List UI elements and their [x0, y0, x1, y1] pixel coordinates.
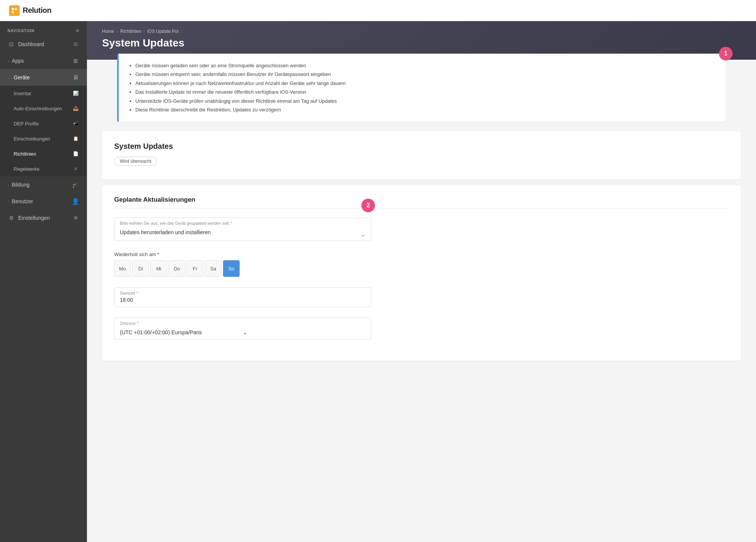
content-area: System Updates Wird überwacht Geplante A…	[102, 131, 741, 361]
benutzer-chevron: ›	[8, 199, 9, 204]
planned-updates-card: Geplante Aktualisierungen 2 Bitte wählen…	[102, 185, 741, 361]
card-title: System Updates	[114, 142, 729, 151]
start-time-container: Startzeit *	[114, 287, 371, 307]
day-di[interactable]: Di	[132, 260, 149, 277]
day-fr[interactable]: Fr	[187, 260, 203, 277]
system-updates-card: System Updates Wird überwacht	[102, 131, 741, 179]
benutzer-icon: 👤	[72, 198, 79, 205]
sidebar-section-label: NAVIGATION ⚙	[0, 21, 87, 36]
sidebar-item-richtlinien[interactable]: Richtlinien 📄	[0, 146, 87, 161]
dep-icon: 📲	[72, 120, 79, 127]
apps-icon: ⊞	[72, 57, 79, 65]
dashboard-icon: ⊡	[8, 40, 15, 48]
bildung-icon: 🎓	[72, 181, 79, 188]
start-time-input[interactable]	[115, 295, 371, 307]
info-box: Geräte müssen geladen sein oder an eine …	[117, 54, 726, 122]
day-selector: Mo Di Mi Do Fr Sa So	[114, 260, 371, 277]
info-item-4: Das installierte Update ist immer die ne…	[135, 88, 717, 96]
bildung-chevron: ›	[8, 183, 9, 187]
auto-icon: 📥	[72, 105, 79, 112]
svg-rect-1	[15, 8, 17, 10]
info-item-3: Aktualisierungen können je nach Netzwerk…	[135, 79, 717, 88]
update-type-select[interactable]: Updates herunterladen und installieren	[120, 228, 366, 237]
settings-icon[interactable]: ⚙	[76, 29, 79, 33]
breadcrumb-sep-1: ›	[116, 29, 118, 34]
day-so[interactable]: So	[223, 260, 240, 277]
geraete-icon: 🖥	[72, 74, 79, 81]
sidebar-item-einschreibungen[interactable]: Einschreibungen 📋	[0, 131, 87, 146]
logo: Relution	[9, 5, 51, 16]
timezone-select-inner[interactable]: (UTC +01:00/+02:00) Europa/Paris ⌄	[115, 328, 371, 339]
timezone-group: Zeitzone * (UTC +01:00/+02:00) Europa/Pa…	[114, 318, 371, 340]
main-content: Home › Richtlinien › iOS Update Pol › Sy…	[87, 21, 756, 542]
badge-1: 1	[719, 47, 733, 60]
sidebar-item-benutzer[interactable]: › Benutzer 👤	[0, 193, 87, 210]
repeat-group: Wiederholt sich am * Mo Di Mi Do Fr Sa S…	[114, 252, 371, 277]
timezone-arrow-icon: ⌄	[243, 329, 366, 335]
sidebar-item-dashboard[interactable]: ⊡ Dashboard ⊡	[0, 36, 87, 53]
sidebar-item-inventar[interactable]: Inventar 📊	[0, 86, 87, 101]
sidebar-item-regelwerke[interactable]: Regelwerke ≡	[0, 161, 87, 176]
day-do[interactable]: Do	[169, 260, 185, 277]
info-list: Geräte müssen geladen sein oder an eine …	[128, 61, 717, 114]
apps-chevron: ›	[8, 59, 9, 63]
sidebar-item-bildung[interactable]: › Bildung 🎓	[0, 176, 87, 193]
einstellungen-icon: ⚙	[8, 214, 15, 222]
update-type-label: Bitte wählen Sie aus, wie das Gerät geup…	[115, 218, 371, 226]
geraete-chevron: ⌄	[8, 76, 11, 80]
page-title: System Updates	[102, 37, 741, 49]
sidebar: NAVIGATION ⚙ ⊡ Dashboard ⊡ › Apps ⊞ ⌄ Ge…	[0, 21, 87, 542]
section-title: Geplante Aktualisierungen	[114, 196, 729, 208]
regelwerke-icon: ≡	[72, 165, 79, 173]
einstellungen-nav-icon: ⚙	[72, 214, 79, 222]
info-item-5: Unterstützte iOS-Geräte prüfen unabhängi…	[135, 97, 717, 105]
update-type-container: Bitte wählen Sie aus, wie das Gerät geup…	[114, 218, 371, 241]
svg-rect-2	[12, 11, 14, 13]
richtlinien-icon: 📄	[72, 150, 79, 158]
start-time-label: Startzeit *	[115, 288, 371, 295]
day-sa[interactable]: Sa	[205, 260, 222, 277]
sidebar-item-apps[interactable]: › Apps ⊞	[0, 53, 87, 69]
einschreibungen-icon: 📋	[72, 135, 79, 142]
sidebar-item-einstellungen[interactable]: ⚙ Einstellungen ⚙	[0, 210, 87, 226]
svg-rect-0	[12, 8, 14, 10]
inventar-icon: 📊	[72, 90, 79, 97]
logo-icon	[9, 5, 20, 16]
badge-2: 2	[361, 199, 375, 212]
info-item-1: Geräte müssen geladen sein oder an eine …	[135, 61, 717, 70]
breadcrumb-sep-2: ›	[143, 29, 145, 34]
info-item-6: Diese Richtlinie überschreibt die Restri…	[135, 105, 717, 114]
sidebar-item-auto-einschreibungen[interactable]: Auto-Einschreibungen 📥	[0, 101, 87, 116]
info-item-2: Geräte müssen entsperrt sein; andernfall…	[135, 70, 717, 79]
timezone-label: Zeitzone *	[115, 318, 371, 326]
day-mi[interactable]: Mi	[150, 260, 167, 277]
breadcrumb: Home › Richtlinien › iOS Update Pol ›	[102, 29, 741, 34]
sidebar-item-dep-profile[interactable]: DEP Profile 📲	[0, 116, 87, 131]
topbar: Relution	[0, 0, 756, 21]
status-badge: Wird überwacht	[114, 157, 157, 166]
update-type-group: Bitte wählen Sie aus, wie das Gerät geup…	[114, 218, 371, 241]
day-mo[interactable]: Mo	[114, 260, 131, 277]
timezone-container: Zeitzone * (UTC +01:00/+02:00) Europa/Pa…	[114, 318, 371, 340]
start-time-group: Startzeit *	[114, 287, 371, 307]
sidebar-item-geraete[interactable]: ⌄ Geräte 🖥	[0, 69, 87, 86]
repeat-label: Wiederholt sich am *	[114, 252, 371, 257]
dashboard-nav-icon: ⊡	[72, 40, 79, 48]
breadcrumb-sep-3: ›	[181, 29, 182, 34]
